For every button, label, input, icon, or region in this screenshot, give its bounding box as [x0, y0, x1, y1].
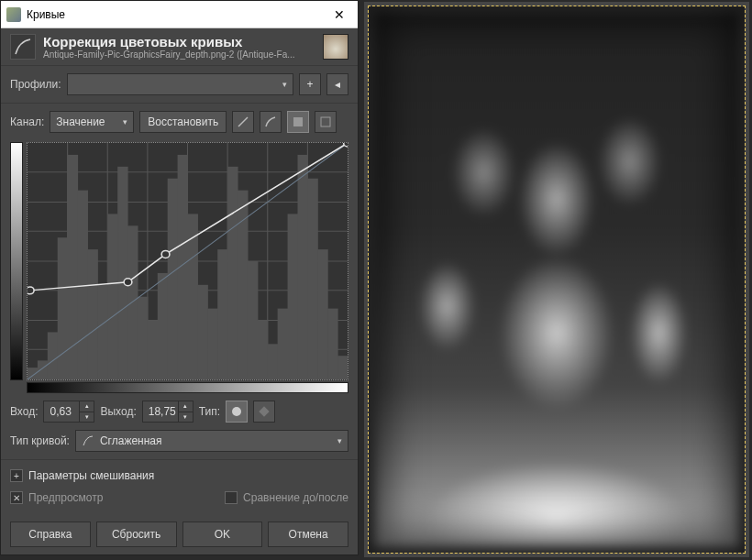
histogram-log-icon[interactable] [260, 111, 282, 133]
dialog-title: Коррекция цветовых кривых [43, 34, 315, 49]
chevron-down-icon: ▾ [282, 80, 287, 89]
channel-reset-button[interactable]: Восстановить [139, 111, 227, 133]
type-label: Тип: [199, 405, 220, 418]
down-icon: ▾ [79, 412, 94, 423]
profile-menu-button[interactable]: ◂ [326, 73, 348, 95]
svg-rect-46 [327, 309, 337, 379]
svg-rect-21 [78, 191, 88, 379]
chevron-down-icon: ▾ [337, 436, 342, 445]
plus-icon: + [10, 469, 23, 482]
channel-label: Канал: [10, 115, 44, 128]
profile-add-button[interactable]: + [299, 73, 321, 95]
point-type-circle[interactable] [226, 401, 248, 423]
selection-marquee [368, 5, 746, 554]
up-icon: ▴ [178, 401, 193, 412]
cancel-button[interactable]: Отмена [268, 522, 348, 547]
svg-rect-16 [28, 368, 38, 379]
channel-row: Канал: Значение▾ Восстановить [1, 107, 358, 137]
svg-rect-17 [38, 360, 48, 379]
file-name: Antique-Family-Pic-GraphicsFairy_depth.p… [43, 49, 315, 60]
control-point[interactable] [124, 279, 132, 286]
svg-rect-42 [288, 214, 298, 379]
svg-rect-40 [268, 344, 278, 379]
output-spinbox[interactable]: 18,75▴▾ [142, 401, 194, 423]
image-thumbnail [323, 34, 348, 60]
curve-type-row: Тип кривой: Сглаженная▾ [1, 426, 358, 456]
preview-label: Предпросмотр [28, 491, 103, 504]
channel-combo[interactable]: Значение▾ [50, 111, 134, 133]
output-gradient [10, 142, 23, 380]
histogram-mode-a-icon[interactable] [287, 111, 309, 133]
dialog-header: Коррекция цветовых кривых Antique-Family… [1, 28, 358, 61]
control-point[interactable] [161, 250, 170, 258]
svg-rect-28 [148, 321, 158, 380]
svg-rect-23 [97, 285, 107, 379]
svg-rect-30 [168, 179, 178, 379]
blend-options-expander[interactable]: + Параметры смешивания [1, 464, 358, 488]
svg-rect-44 [307, 179, 317, 379]
svg-rect-35 [217, 249, 227, 379]
profiles-combo[interactable]: ▾ [67, 73, 293, 95]
reset-button[interactable]: Сбросить [96, 522, 177, 547]
close-icon[interactable]: ✕ [321, 1, 358, 28]
svg-rect-19 [58, 237, 68, 379]
svg-rect-32 [188, 214, 198, 379]
svg-rect-33 [197, 285, 207, 379]
curve-graph-area [1, 137, 358, 382]
svg-rect-29 [158, 273, 168, 379]
smooth-curve-icon [82, 434, 94, 447]
titlebar[interactable]: Кривые ✕ [1, 1, 358, 28]
up-icon: ▴ [79, 401, 94, 412]
output-label: Выход: [100, 405, 136, 418]
svg-rect-34 [207, 309, 217, 379]
histogram-linear-icon[interactable] [232, 111, 254, 133]
curves-header-icon [10, 34, 36, 60]
histogram-mode-b-icon[interactable] [315, 111, 337, 133]
window-title: Кривые [27, 8, 321, 21]
svg-rect-25 [117, 167, 127, 379]
down-icon: ▾ [178, 412, 193, 423]
svg-rect-47 [337, 356, 348, 379]
input-gradient [27, 382, 348, 393]
help-button[interactable]: Справка [10, 522, 91, 547]
control-point[interactable] [28, 287, 34, 294]
histogram [28, 155, 348, 379]
svg-rect-24 [107, 214, 117, 379]
profiles-label: Профили: [10, 78, 61, 91]
curve-type-combo[interactable]: Сглаженная▾ [75, 430, 348, 452]
svg-rect-36 [227, 167, 238, 379]
svg-rect-39 [258, 321, 268, 380]
svg-rect-38 [248, 261, 258, 379]
point-type-diamond[interactable] [253, 401, 275, 423]
curves-dialog: Кривые ✕ Коррекция цветовых кривых Antiq… [0, 0, 359, 555]
svg-rect-37 [238, 191, 248, 379]
compare-checkbox[interactable] [225, 491, 238, 504]
curve-type-label: Тип кривой: [10, 434, 70, 447]
svg-rect-22 [87, 249, 97, 379]
image-canvas[interactable] [364, 2, 749, 557]
profiles-row: Профили: ▾ + ◂ [1, 70, 358, 99]
input-label: Вход: [10, 405, 38, 418]
preview-checkbox[interactable]: ✕ [10, 491, 23, 504]
ok-button[interactable]: OK [182, 522, 263, 547]
curve-graph[interactable] [27, 142, 348, 380]
svg-rect-27 [138, 297, 148, 379]
svg-rect-43 [297, 155, 307, 379]
app-icon [6, 7, 21, 22]
compare-label: Сравнение до/после [243, 491, 348, 504]
io-row: Вход: 0,63▴▾ Выход: 18,75▴▾ Тип: [1, 397, 358, 426]
svg-rect-26 [127, 225, 138, 379]
chevron-down-icon: ▾ [123, 117, 127, 126]
svg-rect-1 [321, 117, 330, 126]
svg-rect-41 [278, 309, 288, 379]
blend-options-label: Параметры смешивания [28, 469, 154, 482]
svg-rect-18 [48, 332, 58, 379]
input-spinbox[interactable]: 0,63▴▾ [43, 401, 94, 423]
svg-rect-0 [293, 117, 303, 126]
svg-rect-45 [317, 249, 327, 379]
